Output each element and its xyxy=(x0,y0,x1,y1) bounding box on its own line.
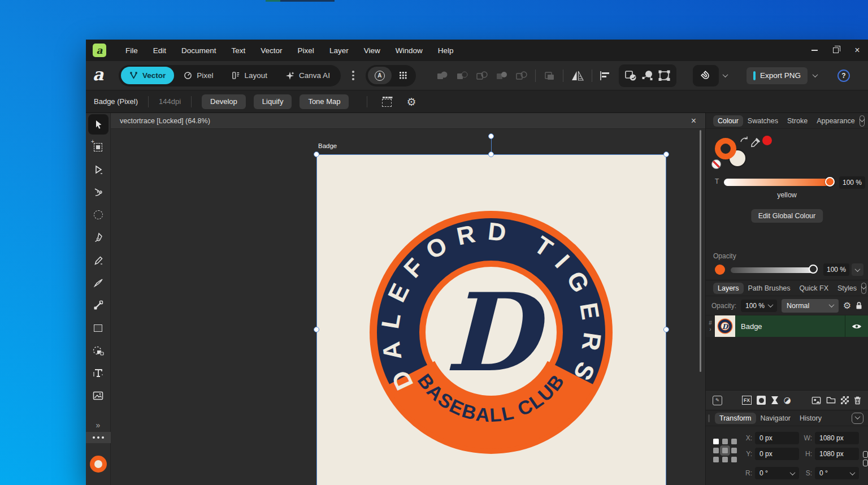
layers-list-empty-area[interactable] xyxy=(706,337,868,390)
mask-layer-icon[interactable] xyxy=(757,396,766,405)
tint-slider-knob[interactable] xyxy=(825,177,835,187)
menu-document[interactable]: Document xyxy=(181,46,216,55)
tab-quick-fx[interactable]: Quick FX xyxy=(795,283,833,294)
layer-row-badge[interactable]: #› D Badge xyxy=(706,315,868,337)
develop-button[interactable]: Develop xyxy=(202,94,246,109)
artboard-manager-icon[interactable] xyxy=(382,99,392,107)
layers-opacity-select[interactable]: 100 % xyxy=(741,300,777,312)
move-duplicate-icon[interactable] xyxy=(624,70,637,82)
snapping-button[interactable] xyxy=(693,65,719,86)
view-tab-close-icon[interactable]: × xyxy=(691,116,696,126)
shape-builder-tool[interactable] xyxy=(88,340,108,361)
tab-styles[interactable]: Styles xyxy=(833,283,861,294)
new-group-icon[interactable] xyxy=(826,396,836,404)
tone-map-button[interactable]: Tone Map xyxy=(300,94,349,109)
crop-frame-icon[interactable] xyxy=(658,70,671,82)
menu-edit[interactable]: Edit xyxy=(153,46,166,55)
tab-layers[interactable]: Layers xyxy=(713,283,744,294)
persona-pixel[interactable]: Pixel xyxy=(175,67,222,84)
selection-handle-top-left[interactable] xyxy=(314,151,319,157)
edit-global-colour-button[interactable]: Edit Global Colour xyxy=(751,209,823,223)
no-fill-swatch[interactable] xyxy=(711,159,721,169)
new-fill-layer-icon[interactable] xyxy=(841,396,849,404)
viewport[interactable]: DALEFORD TIGERS BASEBALL CLUB D Bad xyxy=(111,129,705,485)
layer-effects-icon[interactable]: FX xyxy=(742,396,752,405)
align-icon[interactable] xyxy=(600,71,611,81)
tab-swatches[interactable]: Swatches xyxy=(743,115,783,127)
blend-mode-select[interactable]: Normal xyxy=(782,299,839,313)
colour-opacity-swatch[interactable] xyxy=(715,265,725,275)
boolean-divide-icon[interactable] xyxy=(496,70,508,81)
tab-colour[interactable]: Colour xyxy=(713,115,743,127)
help-button[interactable]: ? xyxy=(837,70,850,82)
picked-colour-swatch[interactable] xyxy=(762,136,772,145)
edit-points-icon[interactable] xyxy=(641,70,654,82)
stroke-swatch[interactable] xyxy=(715,138,736,159)
vertical-scrollbar[interactable] xyxy=(700,130,701,372)
selection-handle-mid-left[interactable] xyxy=(314,327,319,332)
colour-panel-collapse-button[interactable] xyxy=(860,115,865,127)
view-tab[interactable]: vectortrace [Locked] (64.8%) xyxy=(120,117,210,125)
more-tools-button[interactable] xyxy=(86,432,111,443)
menu-help[interactable]: Help xyxy=(438,46,454,55)
pen-tool[interactable] xyxy=(88,227,108,248)
artboard[interactable]: DALEFORD TIGERS BASEBALL CLUB D xyxy=(316,154,666,485)
liquify-button[interactable]: Liquify xyxy=(254,94,292,109)
eyedropper-icon[interactable] xyxy=(750,137,761,148)
toolbar-overflow-menu[interactable] xyxy=(349,71,358,80)
boolean-add-icon[interactable] xyxy=(436,70,449,81)
boolean-subtract-icon[interactable] xyxy=(456,70,468,81)
rectangle-tool[interactable] xyxy=(88,318,108,338)
restore-button[interactable] xyxy=(825,40,847,61)
merge-curves-icon[interactable] xyxy=(543,70,555,81)
close-button[interactable]: × xyxy=(847,40,868,61)
x-input[interactable]: 0 px xyxy=(755,432,799,444)
colour-opacity-knob[interactable] xyxy=(809,265,818,274)
place-image-tool[interactable] xyxy=(88,386,108,406)
layer-gutter[interactable]: #› xyxy=(706,315,715,337)
layer-settings-gear-icon[interactable]: ⚙ xyxy=(843,300,851,311)
rotation-input[interactable]: 0 ° xyxy=(755,467,799,479)
colour-opacity-track[interactable] xyxy=(731,267,813,273)
w-input[interactable]: 1080 px xyxy=(815,432,859,444)
menu-text[interactable]: Text xyxy=(232,46,246,55)
boolean-intersect-icon[interactable] xyxy=(476,70,488,81)
tint-value[interactable]: 100 % xyxy=(839,176,865,189)
panel-grip[interactable] xyxy=(708,414,710,422)
node-tool[interactable] xyxy=(88,159,108,180)
delete-layer-icon[interactable] xyxy=(854,396,861,405)
move-tool[interactable] xyxy=(88,114,108,135)
layer-name-cell[interactable]: Badge xyxy=(735,315,845,337)
settings-gear-icon[interactable]: ⚙ xyxy=(406,96,416,108)
layer-thumbnail[interactable]: D xyxy=(715,315,735,337)
layers-panel-collapse-button[interactable] xyxy=(861,283,866,294)
selection-handle-top-right[interactable] xyxy=(663,151,669,157)
new-pixel-layer-icon[interactable] xyxy=(811,396,821,405)
tab-navigator[interactable]: Navigator xyxy=(756,413,796,424)
current-colour-chip[interactable] xyxy=(90,456,107,473)
menu-view[interactable]: View xyxy=(364,46,380,55)
selection-handle-mid-right[interactable] xyxy=(663,327,669,332)
snapping-dropdown-chevron[interactable] xyxy=(723,72,728,77)
anchor-point-selector[interactable] xyxy=(713,439,737,462)
colour-opacity-dropdown[interactable] xyxy=(852,263,863,276)
persona-vector[interactable]: Vector xyxy=(121,67,174,84)
fill-gradient-tool[interactable] xyxy=(88,295,108,315)
artboard-tool[interactable] xyxy=(88,137,108,157)
menu-window[interactable]: Window xyxy=(396,46,423,55)
adjustment-layer-icon[interactable] xyxy=(771,396,779,405)
transform-panel-collapse-button[interactable] xyxy=(852,413,863,424)
contour-tool[interactable] xyxy=(88,182,108,202)
text-tool[interactable] xyxy=(88,363,108,383)
colour-opacity-value[interactable]: 100 % xyxy=(823,263,849,276)
vector-brush-tool[interactable] xyxy=(88,272,108,293)
pencil-tool[interactable] xyxy=(88,250,108,270)
boolean-combine-icon[interactable] xyxy=(515,70,528,81)
app-grid-button[interactable] xyxy=(393,67,414,84)
document-tab[interactable]: Badge (Pixel) xyxy=(94,97,138,106)
tab-appearance[interactable]: Appearance xyxy=(812,115,859,127)
live-filter-icon[interactable]: ◑ xyxy=(782,395,793,406)
auto-translate-button[interactable]: A xyxy=(368,67,392,84)
flip-icon[interactable] xyxy=(571,70,584,81)
rotation-handle[interactable] xyxy=(488,133,494,139)
